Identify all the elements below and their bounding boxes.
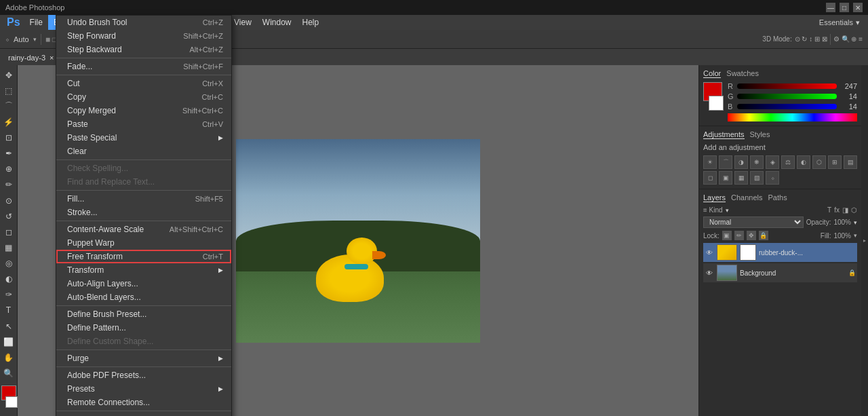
menu-window[interactable]: Window	[257, 15, 297, 30]
menu-purge[interactable]: Purge ▶	[56, 352, 231, 365]
menu-copy[interactable]: Copy Ctrl+C	[56, 90, 231, 104]
menu-define-pattern[interactable]: Define Pattern...	[56, 321, 231, 335]
tab-paths[interactable]: Paths	[768, 193, 787, 202]
lasso-tool[interactable]: ⌒	[1, 99, 16, 113]
maximize-button[interactable]: □	[840, 3, 849, 12]
color-spectrum-bar[interactable]	[728, 113, 857, 121]
menu-stroke[interactable]: Stroke...	[56, 206, 231, 219]
adj-brightness[interactable]: ☀	[703, 155, 717, 169]
menu-help[interactable]: Help	[297, 15, 325, 30]
r-slider[interactable]	[737, 83, 837, 89]
g-slider[interactable]	[737, 94, 837, 99]
adj-curves[interactable]: ⌒	[719, 155, 732, 169]
menu-cut[interactable]: Cut Ctrl+X	[56, 77, 231, 90]
brush-tool[interactable]: ✏	[1, 178, 16, 192]
menu-free-transform[interactable]: Free Transform Ctrl+T	[56, 250, 231, 263]
menu-remote-connections[interactable]: Remote Connections...	[56, 396, 231, 409]
gradient-tool[interactable]: ▦	[1, 240, 16, 254]
menu-adobe-pdf[interactable]: Adobe PDF Presets...	[56, 368, 231, 382]
rectangle-tool[interactable]: ⬜	[1, 335, 16, 349]
tab-styles[interactable]: Styles	[750, 130, 770, 139]
tab-channels[interactable]: Channels	[731, 193, 762, 202]
hand-tool[interactable]: ✋	[1, 350, 16, 364]
adj-posterize[interactable]: ▣	[719, 171, 732, 185]
menu-auto-blend[interactable]: Auto-Blend Layers...	[56, 290, 231, 304]
mode-arrow[interactable]: ▾	[33, 36, 37, 43]
panel-collapse-btn[interactable]: ▸	[861, 65, 868, 416]
menu-find-replace[interactable]: Find and Replace Text...	[56, 175, 231, 189]
menu-step-backward[interactable]: Step Backward Alt+Ctrl+Z	[56, 43, 231, 56]
menu-content-aware-scale[interactable]: Content-Aware Scale Alt+Shift+Ctrl+C	[56, 223, 231, 236]
blend-mode-select[interactable]: Normal	[703, 216, 804, 228]
menu-copy-merged[interactable]: Copy Merged Shift+Ctrl+C	[56, 104, 231, 117]
menu-clear[interactable]: Clear	[56, 145, 231, 158]
tab-close[interactable]: ×	[50, 54, 54, 62]
type-tool[interactable]: T	[1, 303, 16, 318]
menu-define-brush[interactable]: Define Brush Preset...	[56, 307, 231, 321]
menu-paste-special[interactable]: Paste Special ▶	[56, 131, 231, 145]
menu-transform[interactable]: Transform ▶	[56, 263, 231, 277]
pen-tool[interactable]: ✑	[1, 288, 16, 302]
b-slider[interactable]	[737, 104, 837, 109]
layer-eye-rubber-duck[interactable]: 👁	[705, 248, 714, 257]
tab-layers[interactable]: Layers	[703, 193, 726, 202]
layer-row-rubber-duck[interactable]: 👁 rubber-duck-...	[703, 243, 857, 262]
lock-checkerboard[interactable]: ▣	[722, 231, 732, 240]
eraser-tool[interactable]: ◻	[1, 225, 16, 239]
adj-vibrance[interactable]: ❋	[750, 155, 764, 169]
adj-channel-mixer[interactable]: ⊞	[828, 155, 842, 169]
tab-adjustments[interactable]: Adjustments	[703, 130, 745, 139]
menu-view[interactable]: View	[229, 15, 257, 30]
adj-hue[interactable]: ◈	[766, 155, 779, 169]
eyedropper-tool[interactable]: ✒	[1, 147, 16, 161]
move-tool[interactable]: ✥	[1, 68, 16, 82]
tab-color[interactable]: Color	[703, 69, 721, 78]
menu-presets[interactable]: Presets ▶	[56, 382, 231, 396]
spot-healing-tool[interactable]: ⊕	[1, 162, 16, 176]
zoom-tool[interactable]: 🔍	[1, 366, 16, 380]
path-selection-tool[interactable]: ↖	[1, 319, 16, 333]
dodge-tool[interactable]: ◐	[1, 272, 16, 286]
adj-selective-color[interactable]: ⬦	[766, 171, 779, 185]
menu-color-settings[interactable]: Color Settings... Shift+Ctrl+K	[56, 413, 231, 416]
adj-exposure[interactable]: ◑	[734, 155, 748, 169]
document-tab[interactable]: rainy-day-3 ×	[0, 50, 62, 65]
menu-paste[interactable]: Paste Ctrl+V	[56, 117, 231, 131]
clone-stamp-tool[interactable]: ⊙	[1, 193, 16, 208]
history-brush-tool[interactable]: ↺	[1, 209, 16, 223]
menu-define-shape[interactable]: Define Custom Shape...	[56, 335, 231, 348]
blur-tool[interactable]: ◎	[1, 257, 16, 271]
close-button[interactable]: ✕	[853, 3, 863, 12]
menu-fill[interactable]: Fill... Shift+F5	[56, 192, 231, 206]
crop-tool[interactable]: ⊡	[1, 131, 16, 145]
layer-eye-background[interactable]: 👁	[705, 268, 714, 278]
lock-brush[interactable]: ✏	[734, 231, 744, 240]
adj-photo-filter[interactable]: ⬡	[812, 155, 826, 169]
lock-all[interactable]: 🔒	[759, 231, 768, 240]
tab-swatches[interactable]: Swatches	[726, 69, 759, 78]
rectangular-marquee-tool[interactable]: ⬚	[1, 83, 16, 98]
kind-arrow[interactable]: ▾	[726, 207, 729, 214]
menu-fade[interactable]: Fade... Shift+Ctrl+F	[56, 60, 231, 73]
fill-arrow[interactable]: ▾	[854, 232, 857, 239]
menu-file[interactable]: File	[24, 15, 48, 30]
magic-wand-tool[interactable]: ⚡	[1, 115, 16, 129]
adj-invert[interactable]: ◻	[703, 171, 717, 185]
menu-puppet-warp[interactable]: Puppet Warp	[56, 236, 231, 250]
adj-colorbalance[interactable]: ⚖	[781, 155, 795, 169]
background-color-btn[interactable]	[5, 396, 18, 408]
lock-position[interactable]: ✥	[747, 231, 756, 240]
opacity-arrow[interactable]: ▾	[854, 219, 857, 226]
essentials-arrow[interactable]: ▾	[856, 18, 860, 27]
menu-ps[interactable]: Ps	[3, 15, 24, 30]
layer-row-background[interactable]: 👁 Background 🔒	[703, 263, 857, 282]
adj-gradient-map[interactable]: ▧	[750, 171, 764, 185]
background-swatch[interactable]	[709, 96, 724, 111]
minimize-button[interactable]: —	[826, 3, 835, 12]
menu-step-forward[interactable]: Step Forward Shift+Ctrl+Z	[56, 29, 231, 43]
adj-color-lookup[interactable]: ▤	[844, 155, 857, 169]
adj-threshold[interactable]: ▦	[734, 171, 748, 185]
menu-check-spelling[interactable]: Check Spelling...	[56, 162, 231, 175]
menu-undo[interactable]: Undo Brush Tool Ctrl+Z	[56, 16, 231, 29]
adj-blackwhite[interactable]: ◐	[797, 155, 810, 169]
